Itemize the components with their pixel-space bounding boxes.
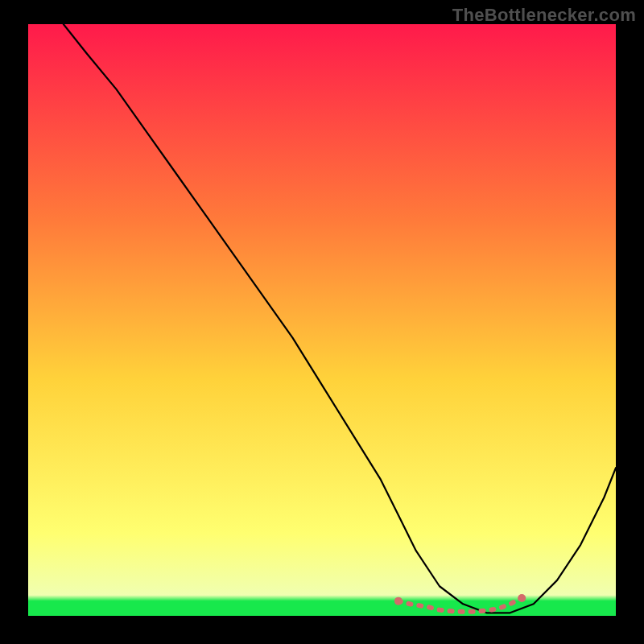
gradient-background (28, 24, 616, 616)
plot-area (28, 24, 616, 616)
highlight-marker (394, 597, 402, 605)
chart-svg (28, 24, 616, 616)
highlight-marker (518, 594, 526, 602)
chart-container: TheBottlenecker.com (0, 0, 644, 644)
watermark-text: TheBottlenecker.com (452, 5, 636, 26)
